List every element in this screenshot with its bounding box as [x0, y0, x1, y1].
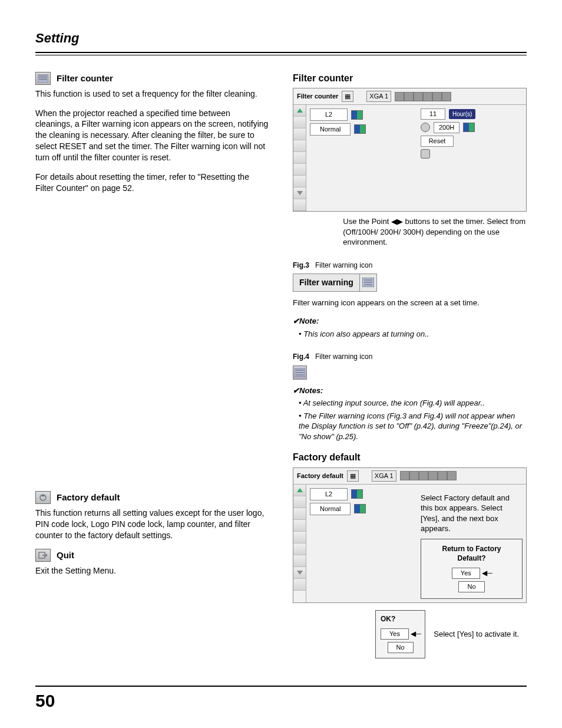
osd-label: Filter counter	[297, 92, 338, 101]
fig3-label: Fig.3Filter warning icon	[293, 261, 527, 270]
osd2-row-l2: L2	[310, 488, 348, 500]
osd2-side-icons	[293, 485, 306, 602]
header-rule-thick	[35, 52, 527, 53]
osd-label-icon: ▦	[342, 91, 353, 102]
pointer-icon: ◀─	[411, 629, 420, 635]
dialog1-no-button[interactable]: No	[458, 581, 484, 592]
dialog1-question: Return to Factory Default?	[427, 544, 516, 563]
back-icon	[421, 123, 430, 132]
ok-dialog: OK? Yes ◀─ No	[375, 610, 425, 658]
fig4-notes: At selecting input source, the icon (Fig…	[299, 398, 527, 442]
arrows-icon	[351, 489, 363, 499]
page-number: 50	[35, 689, 527, 713]
arrows-icon	[463, 123, 475, 132]
osd2-label: Factory default	[297, 472, 343, 480]
filter-counter-osd: Filter counter ▦ XGA 1 L2 Normal	[293, 88, 527, 212]
footer-rule	[35, 686, 527, 687]
filter-counter-p3: For details about resetting the timer, r…	[35, 172, 269, 194]
osd-row-normal: Normal	[310, 123, 351, 136]
fig4-icon	[293, 365, 307, 380]
osd2-resolution: XGA 1	[372, 470, 396, 482]
svg-rect-0	[38, 74, 48, 83]
dialog2-yes-button[interactable]: Yes	[381, 628, 409, 640]
factory-default-title: Factory default	[57, 492, 120, 503]
filter-warning-icon	[360, 274, 376, 291]
header-rule-thin	[35, 55, 527, 55]
filter-counter-title: Filter counter	[57, 73, 113, 84]
filter-counter-p1: This function is used to set a frequency…	[35, 88, 269, 100]
quit-p1: Exit the Setting Menu.	[35, 565, 269, 577]
activate-note: Select [Yes] to activate it.	[434, 629, 519, 640]
filter-counter-p2: When the projector reached a specified t…	[35, 108, 269, 163]
osd-timer-value: 200H	[434, 122, 459, 133]
fig4-label: Fig.4Filter warning icon	[293, 352, 527, 361]
filter-warning-text: Filter warning	[293, 274, 360, 291]
osd-row-l2: L2	[310, 108, 348, 121]
fig3-desc: Filter warning icon appears on the scree…	[293, 298, 527, 308]
use-note: Use the Point ◀▶ buttons to set the time…	[343, 216, 527, 248]
quit-icon	[35, 549, 51, 562]
osd2-top-icons	[400, 471, 457, 480]
osd-resolution: XGA 1	[366, 91, 391, 102]
factory-default-icon	[35, 491, 51, 504]
right-factory-default-title: Factory default	[293, 451, 527, 464]
osd2-label-icon: ▦	[347, 470, 359, 482]
pointer-icon: ◀─	[482, 568, 491, 574]
filter-counter-icon	[35, 72, 51, 85]
arrows-icon	[354, 504, 366, 513]
osd-reset: Reset	[421, 136, 454, 147]
factory-default-osd: Factory default ▦ XGA 1 L2 Normal	[293, 467, 527, 603]
dialog2-no-button[interactable]: No	[388, 642, 414, 653]
factory-default-p1: This function returns all setting values…	[35, 508, 269, 541]
return-default-dialog: Return to Factory Default? Yes ◀─ No	[421, 539, 523, 599]
arrows-icon	[354, 124, 366, 134]
dialog2-question: OK?	[381, 614, 420, 624]
osd-side-icons	[293, 105, 306, 211]
exit-icon	[421, 149, 430, 159]
quit-title: Quit	[57, 549, 74, 561]
osd-top-icons	[395, 92, 451, 101]
right-filter-counter-title: Filter counter	[293, 72, 527, 85]
filter-warning-pill: Filter warning	[293, 274, 377, 292]
page-header-title: Setting	[35, 29, 527, 47]
notes-title: ✔Notes:	[293, 386, 323, 395]
dialog1-yes-button[interactable]: Yes	[452, 568, 480, 579]
osd-hours-value: 11	[421, 108, 445, 120]
hours-badge: Hour(s)	[449, 109, 475, 120]
osd2-row-normal: Normal	[310, 503, 351, 515]
arrows-icon	[351, 110, 363, 120]
note-title: ✔Note:	[293, 317, 319, 325]
fig3-notes: This icon also appears at turning on..	[299, 329, 527, 340]
factory-default-desc: Select Factory default and this box appe…	[421, 493, 523, 534]
